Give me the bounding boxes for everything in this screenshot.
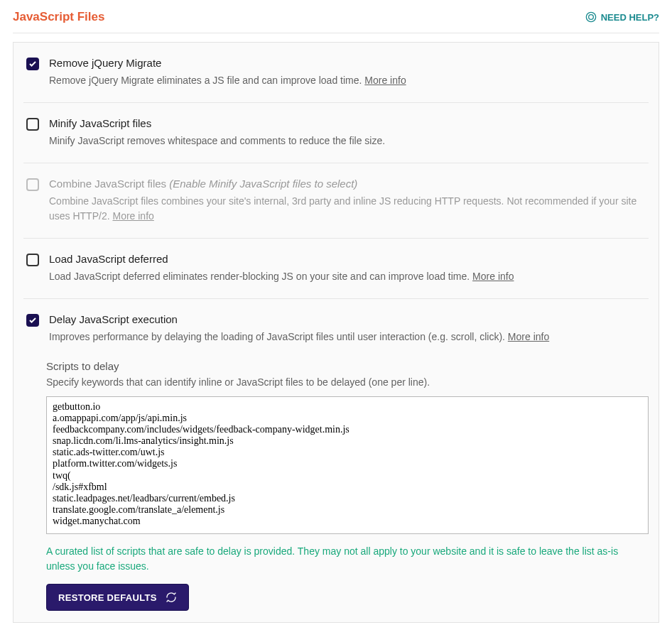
- checkbox-delay-js[interactable]: [26, 314, 39, 327]
- curated-note: A curated list of scripts that are safe …: [46, 544, 649, 574]
- option-body: Delay JavaScript execution Improves perf…: [49, 313, 646, 344]
- restore-defaults-label: RESTORE DEFAULTS: [58, 592, 157, 603]
- option-body: Remove jQuery Migrate Remove jQuery Migr…: [49, 57, 646, 88]
- option-title-text: Combine JavaScript files: [49, 178, 169, 190]
- scripts-label: Scripts to delay: [46, 360, 649, 372]
- option-desc: Minify JavaScript removes whitespace and…: [49, 134, 646, 148]
- option-title: Combine JavaScript files (Enable Minify …: [49, 178, 646, 190]
- option-desc-text: Remove jQuery Migrate eliminates a JS fi…: [49, 75, 364, 86]
- svg-point-1: [588, 15, 593, 20]
- refresh-icon: [166, 592, 177, 603]
- option-desc: Improves performance by delaying the loa…: [49, 330, 646, 344]
- option-body: Minify JavaScript files Minify JavaScrip…: [49, 117, 646, 148]
- scripts-to-delay-section: Scripts to delay Specify keywords that c…: [46, 360, 649, 611]
- option-desc: Combine JavaScript files combines your s…: [49, 194, 646, 224]
- option-desc: Remove jQuery Migrate eliminates a JS fi…: [49, 73, 646, 88]
- more-info-link[interactable]: More info: [364, 75, 406, 86]
- option-body: Load JavaScript deferred Load JavaScript…: [49, 253, 646, 284]
- option-combine-js: Combine JavaScript files (Enable Minify …: [23, 163, 649, 239]
- option-remove-jquery-migrate: Remove jQuery Migrate Remove jQuery Migr…: [23, 43, 649, 103]
- restore-defaults-button[interactable]: RESTORE DEFAULTS: [46, 584, 189, 611]
- check-icon: [28, 60, 37, 68]
- svg-point-0: [586, 12, 595, 21]
- help-icon: [585, 11, 597, 23]
- checkbox-remove-jquery-migrate[interactable]: [26, 58, 39, 70]
- option-title: Remove jQuery Migrate: [49, 57, 646, 69]
- more-info-link[interactable]: More info: [508, 331, 549, 342]
- option-delay-js: Delay JavaScript execution Improves perf…: [23, 299, 649, 347]
- checkbox-minify-js[interactable]: [26, 118, 39, 131]
- option-desc-text: Improves performance by delaying the loa…: [49, 331, 508, 342]
- checkbox-combine-js: [26, 178, 39, 191]
- option-minify-js: Minify JavaScript files Minify JavaScrip…: [23, 103, 649, 163]
- more-info-link[interactable]: More info: [472, 271, 514, 282]
- section-title: JavaScript Files: [13, 10, 104, 24]
- section-header: JavaScript Files NEED HELP?: [13, 0, 659, 33]
- option-title: Delay JavaScript execution: [49, 313, 646, 325]
- option-desc: Load JavaScript deferred eliminates rend…: [49, 269, 646, 284]
- need-help-link[interactable]: NEED HELP?: [585, 11, 659, 23]
- scripts-textarea[interactable]: [46, 396, 649, 534]
- checkbox-defer-js[interactable]: [26, 254, 39, 266]
- option-desc-text: Load JavaScript deferred eliminates rend…: [49, 271, 472, 282]
- need-help-label: NEED HELP?: [601, 12, 659, 23]
- more-info-link[interactable]: More info: [112, 210, 153, 222]
- check-icon: [28, 316, 37, 325]
- option-defer-js: Load JavaScript deferred Load JavaScript…: [23, 239, 649, 299]
- settings-panel: Remove jQuery Migrate Remove jQuery Migr…: [13, 42, 659, 623]
- option-title: Load JavaScript deferred: [49, 253, 646, 265]
- option-body: Combine JavaScript files (Enable Minify …: [49, 178, 646, 224]
- scripts-desc: Specify keywords that can identify inlin…: [46, 376, 649, 388]
- option-hint: (Enable Minify JavaScript files to selec…: [169, 178, 357, 190]
- option-title: Minify JavaScript files: [49, 117, 646, 129]
